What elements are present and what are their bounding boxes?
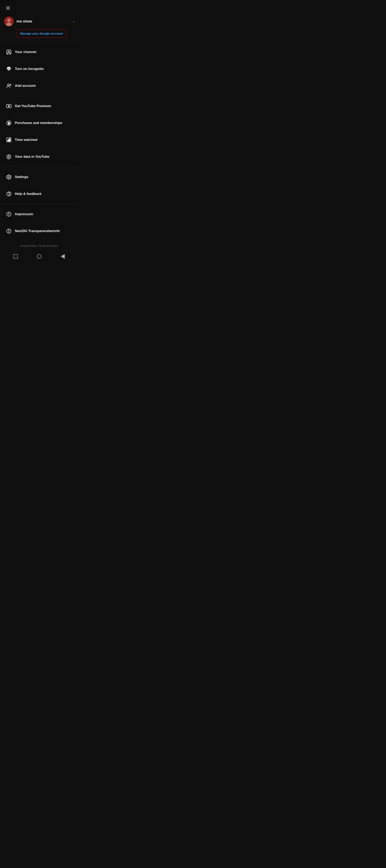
svg-rect-20 [10,138,10,141]
add-person-icon [4,81,14,91]
divider-4 [0,204,79,204]
incognito-icon [4,64,14,74]
your-channel-label: Your channel [15,50,36,54]
dollar-icon: $ [4,118,14,128]
settings-item[interactable]: Settings [0,168,79,185]
back-button[interactable] [59,252,67,260]
impressum-label: Impressum [15,212,33,216]
account-name: mo show [17,19,73,24]
svg-text:$: $ [8,122,10,125]
person-icon [4,47,14,57]
purchases-item[interactable]: $ Purchases and memberships [0,115,79,131]
manage-google-account-button[interactable]: Manage your Google Account [17,29,66,38]
footer-links: Privacy Policy • Terms of Service [0,240,79,249]
svg-point-6 [8,51,10,53]
svg-rect-18 [8,140,8,141]
account-actions-group: Your channel Turn on Incognito Add [0,43,79,95]
svg-point-24 [9,195,9,195]
add-account-item[interactable]: Add account [0,78,79,94]
help-feedback-item[interactable]: Help & feedback [0,185,79,202]
help-feedback-label: Help & feedback [15,192,41,196]
account-section[interactable]: mo show › [0,14,79,29]
home-button[interactable] [35,252,43,260]
shield-person-icon [4,152,14,161]
purchases-label: Purchases and memberships [15,121,62,125]
svg-point-9 [9,69,10,69]
svg-rect-19 [9,139,9,142]
netzdg-label: NetzDG Transparenzbericht [15,229,60,233]
impressum-item[interactable]: Impressum [0,206,79,223]
svg-point-22 [8,177,10,178]
get-premium-label: Get YouTube Premium [15,104,51,108]
incognito-item[interactable]: Turn on Incognito [0,60,79,78]
youtube-icon [4,101,14,111]
close-button[interactable] [4,4,12,12]
divider-1 [0,42,79,42]
footer-separator: • [36,244,39,247]
manage-account-label: Manage your Google Account [20,32,63,35]
svg-point-21 [8,156,9,157]
recent-apps-icon [13,254,18,258]
avatar [4,17,14,26]
nav-bar [0,249,79,263]
help-icon [4,189,14,199]
svg-point-3 [7,19,11,22]
bar-chart-icon [4,135,14,145]
your-data-label: Your data in YouTube [15,155,50,159]
svg-point-27 [9,213,9,213]
svg-point-30 [9,230,9,230]
legal-section-group: Impressum NetzDG Transparenzbericht [0,205,79,240]
your-data-item[interactable]: Your data in YouTube [0,148,79,165]
time-watched-item[interactable]: Time watched [0,131,79,148]
svg-point-10 [7,84,9,86]
svg-point-8 [8,69,9,69]
add-account-label: Add account [15,84,36,88]
chevron-right-icon: › [73,19,75,24]
privacy-policy-link[interactable]: Privacy Policy [20,244,36,247]
info-icon-1 [4,209,14,219]
divider-3 [0,167,79,167]
settings-label: Settings [15,175,28,179]
terms-of-service-link[interactable]: Terms of Service [39,244,58,247]
time-watched-label: Time watched [15,138,37,142]
recent-apps-button[interactable] [12,252,20,260]
netzdg-item[interactable]: NetzDG Transparenzbericht [0,223,79,240]
incognito-label: Turn on Incognito [15,67,43,71]
divider-2 [0,96,79,96]
account-info: mo show [17,19,73,24]
info-icon-2 [4,226,14,236]
home-icon [37,254,41,258]
your-channel-item[interactable]: Your channel [0,43,79,60]
manage-account-wrapper: Manage your Google Account [0,29,79,41]
premium-section-group: Get YouTube Premium $ Purchases and memb… [0,97,79,166]
gear-icon [4,172,14,182]
settings-section-group: Settings Help & feedback [0,168,79,203]
back-icon [61,254,65,259]
svg-marker-14 [8,105,10,107]
get-premium-item[interactable]: Get YouTube Premium [0,98,79,115]
